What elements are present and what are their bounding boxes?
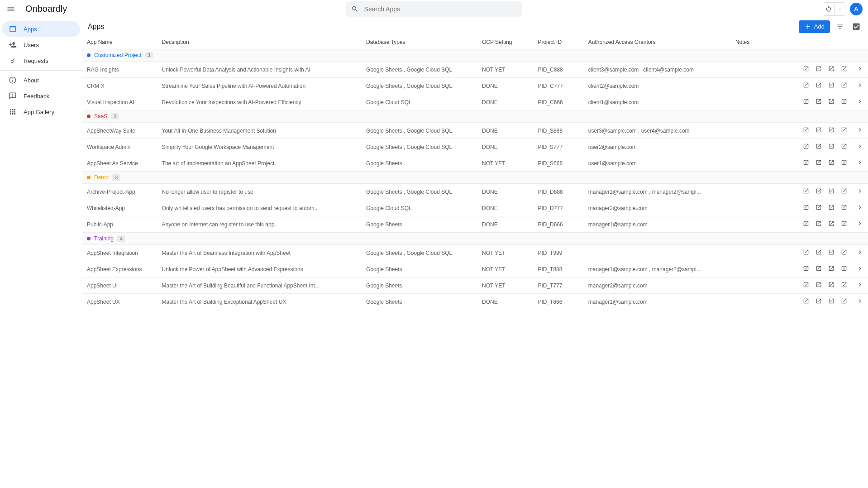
select-button[interactable]: [850, 20, 863, 33]
open-link-icon[interactable]: [828, 282, 835, 289]
open-link-icon[interactable]: [828, 249, 835, 257]
open-link-icon[interactable]: [828, 220, 835, 228]
sidebar-item-about[interactable]: About: [2, 72, 80, 88]
open-link-icon[interactable]: [841, 66, 847, 73]
open-link-icon[interactable]: [803, 66, 809, 73]
open-link-icon[interactable]: [841, 282, 847, 289]
group-row[interactable]: Training4: [82, 233, 868, 245]
sidebar-item-requests[interactable]: Requests: [2, 53, 80, 68]
sidebar-item-feedback[interactable]: Feedback: [2, 88, 80, 104]
table-row[interactable]: AppSheet UIMaster the Art of Building Be…: [82, 277, 868, 294]
open-link-icon[interactable]: [828, 143, 835, 151]
open-link-icon[interactable]: [841, 159, 847, 167]
open-link-icon[interactable]: [803, 143, 809, 151]
open-link-icon[interactable]: [816, 82, 822, 90]
open-link-icon[interactable]: [841, 249, 847, 257]
group-row[interactable]: SaaS3: [82, 110, 868, 123]
chevron-right-icon[interactable]: [856, 187, 863, 196]
sync-button[interactable]: [823, 3, 834, 15]
menu-icon[interactable]: [5, 4, 16, 14]
open-link-icon[interactable]: [828, 127, 835, 134]
chevron-right-icon[interactable]: [856, 281, 863, 290]
chevron-right-icon[interactable]: [856, 297, 863, 306]
table-row[interactable]: CRM XStreamline Your Sales Pipeline with…: [82, 78, 868, 94]
table-row[interactable]: Archive-Project-AppNo longer allow user …: [82, 184, 868, 200]
open-link-icon[interactable]: [816, 159, 822, 167]
open-link-icon[interactable]: [816, 282, 822, 289]
open-link-icon[interactable]: [816, 188, 822, 196]
filter-button[interactable]: [834, 20, 846, 33]
table-row[interactable]: RAG InsightsUnlock Powerful Data Analysi…: [82, 62, 868, 78]
col-gcp-setting[interactable]: GCP Setting: [477, 35, 533, 49]
open-link-icon[interactable]: [816, 127, 822, 134]
table-row[interactable]: Workspace AdminSimplify Your Google Work…: [82, 139, 868, 155]
table-row[interactable]: Visual Inspection AIRevolutionize Your I…: [82, 94, 868, 110]
open-link-icon[interactable]: [828, 188, 835, 196]
open-link-icon[interactable]: [816, 249, 822, 257]
open-link-icon[interactable]: [828, 204, 835, 212]
chevron-right-icon[interactable]: [856, 98, 863, 106]
table-row[interactable]: AppSheet IntegrationMaster the Art of Se…: [82, 245, 868, 261]
chevron-right-icon[interactable]: [856, 65, 863, 74]
open-link-icon[interactable]: [828, 265, 835, 273]
chevron-right-icon[interactable]: [856, 143, 863, 151]
chevron-right-icon[interactable]: [856, 204, 863, 212]
open-link-icon[interactable]: [841, 204, 847, 212]
open-link-icon[interactable]: [816, 220, 822, 228]
open-link-icon[interactable]: [803, 282, 809, 289]
open-link-icon[interactable]: [803, 249, 809, 257]
open-link-icon[interactable]: [803, 159, 809, 167]
col-grantors[interactable]: Authorized Access Grantors: [584, 35, 731, 49]
group-row[interactable]: Demo3: [82, 172, 868, 184]
table-row[interactable]: Public-AppAnyone on Internet can registe…: [82, 216, 868, 233]
open-link-icon[interactable]: [828, 159, 835, 167]
table-row[interactable]: AppSheet As ServiceThe art of implementa…: [82, 155, 868, 172]
open-link-icon[interactable]: [803, 98, 809, 106]
open-link-icon[interactable]: [841, 220, 847, 228]
avatar[interactable]: A: [850, 3, 863, 15]
open-link-icon[interactable]: [816, 143, 822, 151]
open-link-icon[interactable]: [803, 220, 809, 228]
open-link-icon[interactable]: [841, 127, 847, 134]
sync-dropdown-button[interactable]: [834, 3, 845, 15]
open-link-icon[interactable]: [841, 82, 847, 90]
open-link-icon[interactable]: [803, 127, 809, 134]
col-notes[interactable]: Notes: [731, 35, 766, 49]
open-link-icon[interactable]: [841, 143, 847, 151]
col-description[interactable]: Decsription: [157, 35, 362, 49]
sidebar-item-users[interactable]: Users: [2, 37, 80, 53]
sidebar-item-app-gallery[interactable]: App Gallery: [2, 104, 80, 120]
open-link-icon[interactable]: [816, 298, 822, 306]
open-link-icon[interactable]: [816, 98, 822, 106]
chevron-right-icon[interactable]: [856, 265, 863, 273]
open-link-icon[interactable]: [816, 66, 822, 73]
table-row[interactable]: AppSheetWay SuiteYour All-in-One Busines…: [82, 123, 868, 139]
search-box[interactable]: [346, 1, 522, 17]
chevron-right-icon[interactable]: [856, 220, 863, 229]
open-link-icon[interactable]: [803, 188, 809, 196]
open-link-icon[interactable]: [841, 298, 847, 306]
open-link-icon[interactable]: [841, 188, 847, 196]
open-link-icon[interactable]: [841, 265, 847, 273]
open-link-icon[interactable]: [816, 265, 822, 273]
open-link-icon[interactable]: [828, 66, 835, 73]
chevron-right-icon[interactable]: [856, 81, 863, 90]
sidebar-item-apps[interactable]: Apps: [2, 21, 80, 37]
search-input[interactable]: [364, 5, 517, 13]
add-button[interactable]: Add: [799, 20, 830, 33]
col-database-types[interactable]: Database Types: [362, 35, 477, 49]
col-project-id[interactable]: Project ID: [533, 35, 583, 49]
table-row[interactable]: AppSheet UXMaster the Art of Building Ex…: [82, 294, 868, 310]
open-link-icon[interactable]: [841, 98, 847, 106]
open-link-icon[interactable]: [803, 298, 809, 306]
table-row[interactable]: AppSheet ExpressionsUnlock the Power of …: [82, 261, 868, 277]
open-link-icon[interactable]: [803, 265, 809, 273]
group-row[interactable]: Customized Project3: [82, 49, 868, 62]
col-app-name[interactable]: App Name: [82, 35, 157, 49]
open-link-icon[interactable]: [828, 82, 835, 90]
open-link-icon[interactable]: [828, 98, 835, 106]
chevron-right-icon[interactable]: [856, 249, 863, 257]
open-link-icon[interactable]: [816, 204, 822, 212]
open-link-icon[interactable]: [828, 298, 835, 306]
chevron-right-icon[interactable]: [856, 159, 863, 167]
